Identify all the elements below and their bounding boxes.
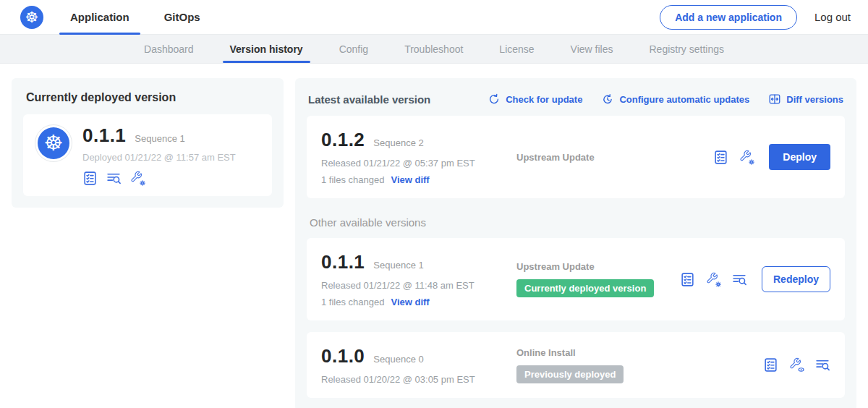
preflight-checklist-icon[interactable] xyxy=(82,171,98,186)
view-logs-icon[interactable] xyxy=(732,272,747,287)
version-source-label: Online Install xyxy=(516,347,763,358)
files-changed-label: 1 files changed xyxy=(321,297,384,307)
version-card-0-1-0: 0.1.0 Sequence 0 Released 01/20/22 @ 03:… xyxy=(307,332,845,398)
tab-application[interactable]: Application xyxy=(59,0,140,35)
version-number: 0.1.2 xyxy=(321,129,365,151)
wrench-gear-config-icon[interactable] xyxy=(706,272,721,287)
tab-troubleshoot[interactable]: Troubleshoot xyxy=(397,35,470,63)
tab-gitops[interactable]: GitOps xyxy=(153,0,211,35)
deployed-sequence-label: Sequence 1 xyxy=(135,133,184,144)
section-tabs: Dashboard Version history Config Trouble… xyxy=(0,35,868,64)
top-nav: ☸ Application GitOps Add a new applicati… xyxy=(0,0,868,35)
previously-deployed-badge: Previously deployed xyxy=(516,365,624,383)
sequence-label: Sequence 2 xyxy=(373,137,423,148)
currently-deployed-badge: Currently deployed version xyxy=(516,279,654,297)
tab-version-history[interactable]: Version history xyxy=(223,35,310,63)
tab-config[interactable]: Config xyxy=(332,35,375,63)
available-versions-panel: Latest available version Check for updat… xyxy=(295,78,856,408)
kubernetes-app-icon: ☸ xyxy=(38,127,69,159)
app-icon-ring: ☸ xyxy=(35,124,72,162)
deployed-timestamp: Deployed 01/21/22 @ 11:57 am EST xyxy=(82,152,236,163)
version-card-0-1-1: 0.1.1 Sequence 1 Released 01/21/22 @ 11:… xyxy=(307,238,845,320)
version-number: 0.1.1 xyxy=(321,251,365,273)
view-diff-link[interactable]: View diff xyxy=(391,297,429,307)
logout-button[interactable]: Log out xyxy=(814,11,851,23)
currently-deployed-panel: Currently deployed version ☸ 0.1.1 Seque… xyxy=(12,78,284,208)
add-application-button[interactable]: Add a new application xyxy=(660,5,797,30)
preflight-checklist-icon[interactable] xyxy=(713,150,728,165)
deploy-button[interactable]: Deploy xyxy=(769,144,830,170)
main-content: Currently deployed version ☸ 0.1.1 Seque… xyxy=(0,64,868,408)
released-timestamp: Released 01/20/22 @ 03:05 pm EST xyxy=(321,374,501,385)
configure-automatic-updates-link[interactable]: Configure automatic updates xyxy=(601,93,749,106)
scheduled-update-clock-icon xyxy=(601,93,614,106)
version-number: 0.1.0 xyxy=(321,345,365,367)
tab-view-files[interactable]: View files xyxy=(563,35,621,63)
refresh-circle-icon xyxy=(488,93,501,106)
view-logs-icon[interactable] xyxy=(106,171,122,186)
tab-license[interactable]: License xyxy=(492,35,541,63)
preflight-checklist-icon[interactable] xyxy=(680,272,695,287)
check-for-update-link[interactable]: Check for update xyxy=(488,93,582,106)
other-versions-title: Other available versions xyxy=(310,216,842,229)
wrench-gear-config-icon[interactable] xyxy=(739,150,754,165)
sequence-label: Sequence 0 xyxy=(373,354,423,365)
released-timestamp: Released 01/21/22 @ 11:48 am EST xyxy=(321,280,501,291)
version-card-0-1-2: 0.1.2 Sequence 2 Released 01/21/22 @ 05:… xyxy=(307,116,845,198)
deployed-panel-title: Currently deployed version xyxy=(26,91,269,104)
sequence-label: Sequence 1 xyxy=(373,260,423,271)
redeploy-button[interactable]: Redeploy xyxy=(762,266,830,292)
diff-versions-link[interactable]: Diff versions xyxy=(768,93,843,106)
deployed-version-number: 0.1.1 xyxy=(82,124,126,147)
view-diff-link[interactable]: View diff xyxy=(391,174,429,185)
released-timestamp: Released 01/21/22 @ 05:37 pm EST xyxy=(321,158,501,169)
files-changed-label: 1 files changed xyxy=(321,174,384,185)
wrench-eye-config-icon[interactable] xyxy=(789,357,804,373)
deployed-version-card: ☸ 0.1.1 Sequence 1 Deployed 01/21/22 @ 1… xyxy=(23,114,272,196)
diff-versions-icon xyxy=(768,93,781,106)
preflight-checklist-icon[interactable] xyxy=(763,357,778,373)
app-tabs: Application GitOps xyxy=(59,0,224,35)
kubernetes-logo: ☸ xyxy=(20,6,43,29)
tab-registry-settings[interactable]: Registry settings xyxy=(642,35,731,63)
latest-available-title: Latest available version xyxy=(308,93,430,106)
tab-dashboard[interactable]: Dashboard xyxy=(137,35,201,63)
version-source-label: Upstream Update xyxy=(516,152,713,163)
view-logs-icon[interactable] xyxy=(815,357,830,373)
wrench-gear-config-icon[interactable] xyxy=(130,171,145,186)
version-source-label: Upstream Update xyxy=(516,261,680,272)
